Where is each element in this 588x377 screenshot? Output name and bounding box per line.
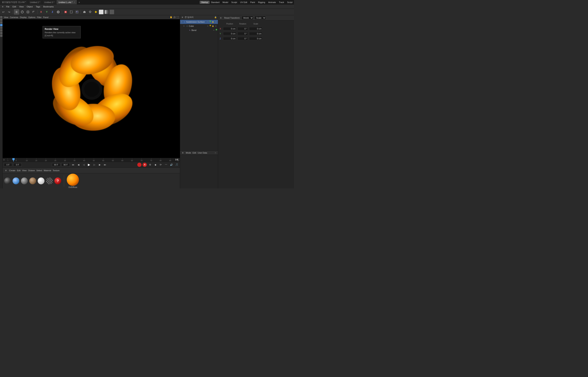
vp-menu-panel[interactable]: Panel: [43, 16, 49, 18]
nav-standard[interactable]: Standard: [209, 1, 221, 4]
menu-view[interactable]: View: [18, 5, 25, 8]
left-tool-7[interactable]: [0, 32, 2, 34]
vp-expand-icon[interactable]: ⛶: [177, 16, 179, 18]
sound-icon[interactable]: 🔊: [169, 163, 173, 167]
menu-file[interactable]: File: [5, 5, 11, 8]
keyframe-icon[interactable]: ◆: [153, 163, 158, 167]
audio-wave-icon[interactable]: 🎵: [175, 163, 179, 167]
material-menu-icon[interactable]: ≡: [4, 169, 8, 172]
play-button[interactable]: ▶: [87, 163, 91, 167]
tab-file-1[interactable]: 꽃모델링(직접한 것).c4d *: [0, 0, 28, 4]
oct-diffuse-preview[interactable]: [67, 174, 79, 186]
nav-rigging[interactable]: Rigging: [257, 1, 267, 4]
render-region-button[interactable]: [69, 9, 74, 15]
pos-y-field[interactable]: [223, 32, 236, 35]
prev-keyframe-button[interactable]: ◁: [82, 163, 86, 167]
z-axis-button[interactable]: Z: [50, 9, 55, 15]
y-axis-button[interactable]: Y: [44, 9, 49, 15]
hier-item-subdivision[interactable]: ▾ ◇ Subdivision Surface ✏ 🔒 ⊡: [180, 20, 218, 24]
next-keyframe-button[interactable]: ▷: [92, 163, 97, 167]
properties-arrow-btn[interactable]: ←: [215, 152, 217, 154]
viewport-canvas[interactable]: Render View Renders the currently active…: [3, 19, 180, 158]
properties-menu-icon[interactable]: ≡: [181, 151, 184, 154]
transform-menu-icon[interactable]: ≡: [219, 16, 222, 19]
properties-mode-btn[interactable]: Mode: [186, 152, 191, 154]
hier-expand-btn-cube[interactable]: ⊡: [215, 25, 217, 27]
timeline-ruler[interactable]: 0 5 10 15 20 25 30 35 40 45 50: [8, 158, 180, 162]
left-tool-6[interactable]: [0, 29, 2, 32]
tab-close-icon[interactable]: ×: [74, 1, 75, 3]
timeline-bar[interactable]: 0 0 5 10 15 20 25 30 35 40: [3, 158, 180, 162]
material-ball-6[interactable]: [46, 177, 53, 184]
nav-model[interactable]: Model: [221, 1, 230, 4]
motion-icon[interactable]: 〰: [164, 163, 168, 167]
left-tool-8[interactable]: [0, 35, 2, 37]
display-mode-dark[interactable]: [110, 10, 114, 14]
pos-z-field[interactable]: [223, 37, 236, 40]
nav-paint[interactable]: Paint: [249, 1, 257, 4]
vp-menu-display[interactable]: Display: [20, 16, 27, 18]
vp-hand-tool[interactable]: ✋: [170, 16, 172, 18]
nav-script[interactable]: Script: [286, 1, 294, 4]
properties-edit-btn[interactable]: Edit: [193, 152, 196, 154]
properties-userdata-btn[interactable]: User Data: [198, 152, 207, 154]
rotate-mode-button[interactable]: [20, 9, 25, 15]
scale-dropdown[interactable]: Scale Size: [255, 16, 266, 20]
tab-file-2[interactable]: Untitled 2 *: [28, 0, 42, 4]
hier-edit-btn-bend[interactable]: ✏: [213, 29, 215, 32]
hier-edit-btn-cube[interactable]: ✏: [207, 25, 209, 27]
world-dropdown[interactable]: World Local Object: [242, 16, 253, 20]
current-frame-field[interactable]: [4, 163, 12, 166]
vp-menu-view[interactable]: View: [4, 16, 8, 18]
material-ball-1[interactable]: [4, 177, 11, 184]
go-to-end-button[interactable]: ⏭: [103, 163, 107, 167]
x-axis-button[interactable]: X: [38, 9, 44, 15]
go-to-start-button[interactable]: ⏮: [71, 163, 75, 167]
material-ball-question[interactable]: ?: [54, 177, 61, 184]
mat-menu-create[interactable]: Create: [9, 169, 15, 172]
record-button[interactable]: [137, 163, 141, 167]
scale-mode-button[interactable]: [25, 9, 31, 15]
nav-animate[interactable]: Animate: [267, 1, 277, 4]
next-frame-button[interactable]: ▶: [98, 163, 102, 167]
tab-file-3[interactable]: Untitled 3 *: [42, 0, 57, 4]
redo-button[interactable]: ↪: [6, 9, 12, 15]
autokey-button[interactable]: A: [143, 163, 147, 167]
tab-file-4[interactable]: Untitled 1.c4d * ×: [57, 0, 77, 4]
mat-menu-select[interactable]: Select: [36, 169, 42, 172]
reset-transform-btn[interactable]: Reset Transform: [223, 16, 240, 19]
render-button[interactable]: [63, 9, 68, 15]
nav-uvedit[interactable]: UV Edit: [239, 1, 249, 4]
hier-item-cube[interactable]: ▾ □ Cube ✏ 🔒 ⊡: [180, 24, 218, 28]
hamburger-menu-icon[interactable]: ≡: [1, 5, 5, 9]
prev-frame-button[interactable]: ◀: [76, 163, 80, 167]
oct-diffuse-material[interactable]: OctDiffuse: [67, 174, 79, 188]
material-ball-4[interactable]: [29, 177, 36, 184]
loop-icon[interactable]: ⟳: [159, 163, 163, 167]
left-tool-5[interactable]: [0, 27, 2, 29]
lights-button[interactable]: [87, 9, 93, 15]
transform-mode-button[interactable]: [31, 9, 36, 15]
display-mode-white[interactable]: [99, 10, 103, 14]
left-tool-3[interactable]: [0, 21, 2, 24]
scale-x-field[interactable]: [249, 27, 262, 30]
hier-lock-btn-cube[interactable]: 🔒: [211, 25, 214, 27]
perspective-button[interactable]: [82, 9, 87, 15]
material-ball-5[interactable]: [38, 177, 45, 184]
rot-x-field[interactable]: [237, 27, 248, 30]
tab-add-button[interactable]: +: [77, 1, 82, 4]
hier-lock-btn-subdivision[interactable]: 🔒: [211, 21, 214, 23]
material-ball-2[interactable]: [12, 177, 19, 184]
scale-z-field[interactable]: [249, 37, 262, 40]
left-tool-4[interactable]: [0, 24, 2, 26]
material-ball-3[interactable]: [21, 177, 28, 184]
menu-object[interactable]: Object: [25, 5, 34, 8]
settings-icon[interactable]: ⚙: [148, 163, 152, 167]
hier-expand-btn-subdivision[interactable]: ⊡: [215, 21, 217, 23]
scale-y-field[interactable]: [249, 32, 262, 35]
undo-button[interactable]: ↩: [1, 9, 6, 15]
vp-camera-icon[interactable]: 🎥: [173, 16, 176, 18]
left-tool-2[interactable]: [0, 19, 2, 21]
nav-sculpt[interactable]: Sculpt: [230, 1, 239, 4]
menu-tags[interactable]: Tags: [34, 5, 42, 8]
